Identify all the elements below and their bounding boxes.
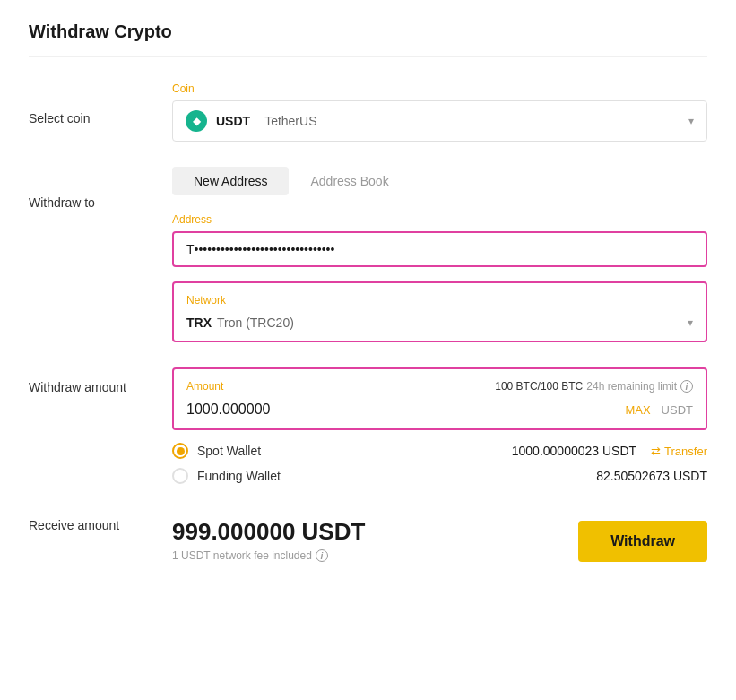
amount-header: Amount 100 BTC/100 BTC 24h remaining lim… <box>186 380 693 393</box>
coin-code: USDT <box>216 114 250 128</box>
funding-wallet-radio[interactable] <box>172 468 188 484</box>
network-box: Network TRX Tron (TRC20) ▾ <box>172 281 707 342</box>
network-code: TRX <box>186 315 212 330</box>
coin-select-dropdown[interactable]: ◆ USDT TetherUS ▾ <box>172 100 707 142</box>
funding-wallet-option: Funding Wallet 82.50502673 USDT <box>172 468 707 484</box>
withdraw-amount-row: Withdraw amount Amount 100 BTC/100 BTC 2… <box>29 367 707 493</box>
wallet-options: Spot Wallet 1000.00000023 USDT ⇄ Transfe… <box>172 443 707 484</box>
network-select-left: TRX Tron (TRC20) <box>186 315 294 330</box>
withdraw-button[interactable]: Withdraw <box>578 521 707 562</box>
withdraw-amount-label: Withdraw amount <box>29 367 172 394</box>
receive-amount-label: Receive amount <box>29 518 172 532</box>
network-name: Tron (TRC20) <box>217 315 294 330</box>
tab-address-book[interactable]: Address Book <box>289 167 410 195</box>
receive-amount-row: Receive amount 999.000000 USDT 1 USDT ne… <box>29 518 707 562</box>
address-section: Address <box>172 213 707 267</box>
amount-currency: USDT <box>662 403 693 417</box>
receive-fee-text: 1 USDT network fee included <box>172 549 312 562</box>
network-field-label: Network <box>186 294 693 307</box>
transfer-button[interactable]: ⇄ Transfer <box>651 445 707 458</box>
amount-field-label: Amount <box>186 380 223 393</box>
page-title: Withdraw Crypto <box>29 22 707 57</box>
spot-wallet-label[interactable]: Spot Wallet <box>197 444 261 458</box>
funding-wallet-right: 82.50502673 USDT <box>596 469 707 483</box>
withdraw-amount-content: Amount 100 BTC/100 BTC 24h remaining lim… <box>172 367 707 493</box>
limit-values: 100 BTC/100 BTC <box>495 380 583 393</box>
transfer-label: Transfer <box>664 445 707 458</box>
spot-wallet-right: 1000.00000023 USDT ⇄ Transfer <box>512 444 707 458</box>
limit-suffix: 24h remaining limit <box>586 380 677 393</box>
fee-info-icon: i <box>316 549 328 562</box>
amount-value: 1000.000000 <box>186 402 270 418</box>
spot-wallet-left: Spot Wallet <box>172 443 261 459</box>
funding-wallet-left: Funding Wallet <box>172 468 281 484</box>
spot-wallet-option: Spot Wallet 1000.00000023 USDT ⇄ Transfe… <box>172 443 707 459</box>
coin-icon: ◆ <box>186 110 207 132</box>
withdraw-to-label: Withdraw to <box>29 167 172 210</box>
address-input[interactable] <box>172 231 707 267</box>
coin-select-left: ◆ USDT TetherUS <box>186 110 316 132</box>
amount-box: Amount 100 BTC/100 BTC 24h remaining lim… <box>172 367 707 430</box>
receive-fee-info: 1 USDT network fee included i <box>172 549 365 562</box>
max-button[interactable]: MAX <box>625 403 650 417</box>
amount-limit-info: 100 BTC/100 BTC 24h remaining limit i <box>495 380 693 393</box>
spot-wallet-balance: 1000.00000023 USDT <box>512 444 636 458</box>
address-input-container <box>172 231 707 267</box>
address-field-label: Address <box>172 213 707 226</box>
select-coin-row: Select coin Coin ◆ USDT TetherUS ▾ <box>29 82 707 142</box>
coin-chevron-icon: ▾ <box>688 115 694 127</box>
coin-fullname: TetherUS <box>264 114 316 128</box>
coin-field-label: Coin <box>172 82 707 95</box>
amount-input-row: 1000.000000 MAX USDT <box>186 402 693 418</box>
tab-new-address[interactable]: New Address <box>172 167 289 195</box>
receive-row: 999.000000 USDT 1 USDT network fee inclu… <box>172 518 707 562</box>
address-tabs: New Address Address Book <box>172 167 707 195</box>
amount-actions: MAX USDT <box>625 403 693 417</box>
receive-amount-content: 999.000000 USDT 1 USDT network fee inclu… <box>172 518 707 562</box>
receive-left: 999.000000 USDT 1 USDT network fee inclu… <box>172 518 365 562</box>
withdraw-to-content: New Address Address Book Address Network… <box>172 167 707 342</box>
withdraw-to-row: Withdraw to New Address Address Book Add… <box>29 167 707 342</box>
transfer-icon: ⇄ <box>651 445 661 458</box>
funding-wallet-balance: 82.50502673 USDT <box>596 469 707 483</box>
network-chevron-icon: ▾ <box>688 316 693 329</box>
network-select-dropdown[interactable]: TRX Tron (TRC20) ▾ <box>186 315 693 330</box>
spot-wallet-radio-inner <box>177 447 185 455</box>
receive-amount-value: 999.000000 USDT <box>172 518 365 546</box>
limit-info-icon: i <box>680 380 693 393</box>
funding-wallet-label[interactable]: Funding Wallet <box>197 469 281 483</box>
select-coin-label: Select coin <box>29 82 172 125</box>
select-coin-content: Coin ◆ USDT TetherUS ▾ <box>172 82 707 142</box>
spot-wallet-radio[interactable] <box>172 443 188 459</box>
